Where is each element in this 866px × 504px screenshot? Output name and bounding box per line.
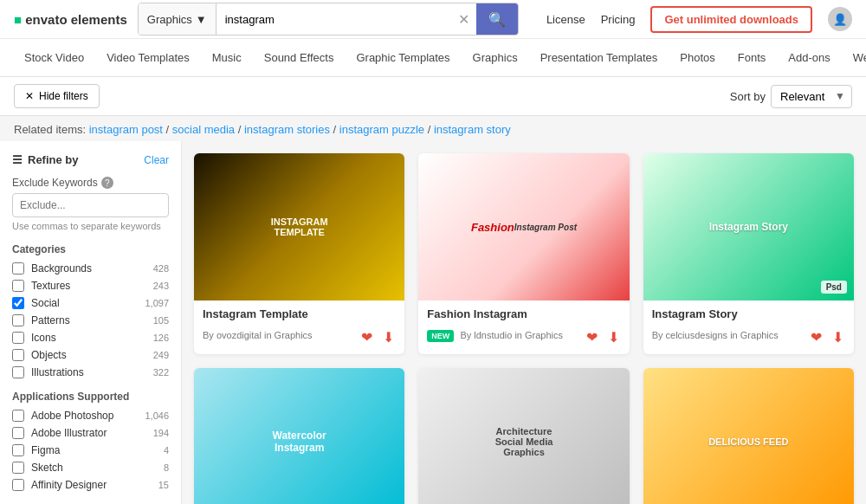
nav-item-stock-video[interactable]: Stock Video <box>14 39 94 77</box>
app-item: Adobe Illustrator 194 <box>12 427 169 439</box>
card-thumbnail[interactable]: DELICIOUS FEED <box>643 368 854 504</box>
app-checkbox[interactable] <box>12 427 24 439</box>
category-checkbox[interactable] <box>12 349 24 361</box>
exclude-hint: Use commas to separate keywords <box>12 221 169 231</box>
category-checkbox[interactable] <box>12 314 24 326</box>
categories-title: Categories <box>12 243 169 255</box>
bookmark-button[interactable]: ❤ <box>809 327 824 347</box>
app-label[interactable]: Adobe Illustrator <box>31 427 107 439</box>
category-label[interactable]: Illustrations <box>31 366 84 378</box>
app-label[interactable]: Figma <box>31 444 60 456</box>
product-card: DELICIOUS FEED Delicious Instagram Post … <box>643 368 854 504</box>
clear-link[interactable]: Clear <box>144 154 169 166</box>
card-thumbnail[interactable]: WatercolorInstagram <box>194 368 404 504</box>
search-clear-icon[interactable]: ✕ <box>451 11 476 28</box>
related-link-4[interactable]: instagram story <box>434 123 511 136</box>
nav-item-graphics[interactable]: Graphics <box>462 39 528 77</box>
download-button[interactable]: ⬇ <box>381 327 396 347</box>
category-label[interactable]: Icons <box>31 332 56 344</box>
nav-item-photos[interactable]: Photos <box>669 39 725 77</box>
category-checkbox[interactable] <box>12 262 24 275</box>
author-link[interactable]: ldnstudio <box>474 330 512 340</box>
search-button[interactable]: 🔍 <box>476 3 518 35</box>
bookmark-button[interactable]: ❤ <box>585 327 599 347</box>
app-checkbox[interactable] <box>12 410 24 422</box>
card-thumbnail[interactable]: INSTAGRAMTEMPLATE <box>194 153 404 300</box>
app-count: 15 <box>158 480 169 490</box>
nav-item-web-templates[interactable]: Web Templates <box>843 39 866 77</box>
app-checkbox[interactable] <box>12 479 24 491</box>
related-link-2[interactable]: instagram stories <box>244 123 330 136</box>
category-checkbox[interactable] <box>12 297 24 309</box>
app-checkbox[interactable] <box>12 444 24 456</box>
author-link[interactable]: ovozdigital <box>216 330 262 340</box>
refine-header: ☰ Refine by Clear <box>12 153 169 166</box>
category-checkbox[interactable] <box>12 332 24 344</box>
nav-item-graphic-templates[interactable]: Graphic Templates <box>346 39 460 77</box>
avatar[interactable]: 👤 <box>828 7 852 31</box>
download-button[interactable]: ⬇ <box>606 327 621 347</box>
category-label[interactable]: Social <box>31 297 60 309</box>
app-label[interactable]: Affinity Designer <box>31 479 107 491</box>
category-link[interactable]: Graphics <box>275 330 313 340</box>
category-label[interactable]: Textures <box>31 280 70 292</box>
app-item: Sketch 8 <box>12 462 169 474</box>
get-unlimited-button[interactable]: Get unlimited downloads <box>650 6 812 33</box>
pricing-link[interactable]: Pricing <box>601 13 636 26</box>
category-item: Backgrounds 428 <box>12 262 169 275</box>
category-link[interactable]: Graphics <box>525 330 563 340</box>
search-dropdown[interactable]: Graphics ▼ <box>139 3 216 35</box>
nav-item-fonts[interactable]: Fonts <box>727 39 777 77</box>
search-input[interactable] <box>216 3 451 35</box>
logo[interactable]: ■ envato elements <box>14 12 127 27</box>
app-checkbox[interactable] <box>12 462 24 474</box>
nav-item-add-ons[interactable]: Add-ons <box>778 39 840 77</box>
card-info: Instagram Story By celciusdesigns in Gra… <box>643 300 854 354</box>
app-item: Affinity Designer 15 <box>12 479 169 491</box>
app-label[interactable]: Sketch <box>31 462 63 474</box>
help-icon: ? <box>101 177 113 189</box>
card-thumbnail[interactable]: Instagram Story Psd <box>643 153 854 300</box>
sidebar: ☰ Refine by Clear Exclude Keywords ? Use… <box>0 141 182 504</box>
content: INSTAGRAMTEMPLATE Instagram Template By … <box>182 141 866 504</box>
related-link-3[interactable]: instagram puzzle <box>339 123 424 136</box>
exclude-keywords-label: Exclude Keywords ? <box>12 177 169 189</box>
filter-icon: ☰ <box>12 153 23 166</box>
download-button[interactable]: ⬇ <box>830 327 845 347</box>
author-link[interactable]: celciusdesigns <box>666 330 728 340</box>
apps-list: Adobe Photoshop 1,046 Adobe Illustrator … <box>12 410 169 491</box>
related-link-1[interactable]: social media <box>172 123 235 136</box>
nav-item-video-templates[interactable]: Video Templates <box>96 39 200 77</box>
category-checkbox[interactable] <box>12 280 24 292</box>
card-actions: ❤ ⬇ <box>585 327 621 347</box>
hide-filters-button[interactable]: ✕ Hide filters <box>14 84 100 108</box>
search-area: Graphics ▼ ✕ 🔍 <box>138 3 519 36</box>
nav-item-music[interactable]: Music <box>202 39 252 77</box>
bookmark-button[interactable]: ❤ <box>359 327 374 347</box>
card-author: NEW By ldnstudio in Graphics <box>427 330 563 340</box>
license-link[interactable]: License <box>546 13 585 26</box>
category-checkbox[interactable] <box>12 366 24 378</box>
app-label[interactable]: Adobe Photoshop <box>31 410 113 422</box>
related-link-0[interactable]: instagram post <box>89 123 163 136</box>
category-label[interactable]: Patterns <box>31 314 70 326</box>
card-thumbnail[interactable]: ArchitectureSocial MediaGraphics <box>418 368 629 504</box>
category-label[interactable]: Backgrounds <box>31 262 92 275</box>
nav-item-sound-effects[interactable]: Sound Effects <box>254 39 345 77</box>
card-title: Fashion Instagram <box>427 307 527 320</box>
category-label[interactable]: Objects <box>31 349 67 361</box>
product-card: ArchitectureSocial MediaGraphics Archite… <box>418 368 629 504</box>
category-item: Icons 126 <box>12 332 169 344</box>
sort-select[interactable]: Relevant Newest Popular <box>771 85 852 108</box>
card-info: Instagram Template By ovozdigital in Gra… <box>194 300 404 354</box>
card-thumbnail[interactable]: FashionInstagram Post <box>418 153 629 300</box>
exclude-keywords-input[interactable] <box>12 193 169 217</box>
category-link[interactable]: Graphics <box>740 330 779 340</box>
top-links: License Pricing Get unlimited downloads … <box>546 6 852 33</box>
logo-text: envato elements <box>25 12 127 27</box>
nav-item-presentation-templates[interactable]: Presentation Templates <box>530 39 669 77</box>
app-count: 194 <box>153 428 169 438</box>
category-item: Patterns 105 <box>12 314 169 326</box>
product-card: Instagram Story Psd Instagram Story By c… <box>643 153 854 354</box>
related-bar: Related items: instagram post / social m… <box>0 116 866 141</box>
